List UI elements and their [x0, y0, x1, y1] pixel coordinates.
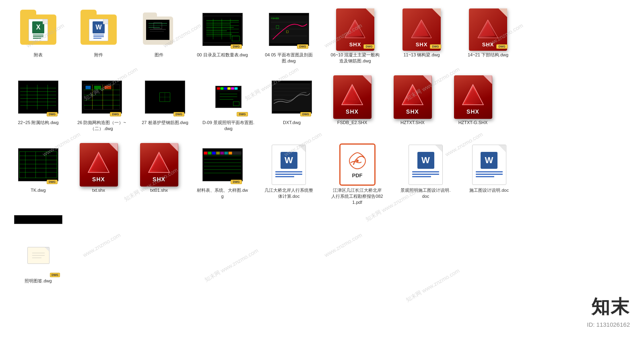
file-item-dwg-0405[interactable]: 平面布置图 DWG 04 05 平面布置图及剖面图.dwg: [258, 6, 320, 68]
file-label: 11~13 钢构梁.dwg: [403, 52, 440, 58]
svg-rect-65: [221, 87, 224, 90]
svg-rect-75: [272, 83, 312, 111]
file-item-dwg-26[interactable]: DWG 26 防抛网构造图（一）~（二）.dwg: [70, 74, 133, 135]
file-item-dwg-00[interactable]: DWG 00 目录及工程数量表.dwg: [191, 6, 254, 61]
svg-rect-103: [204, 151, 207, 154]
svg-rect-66: [224, 87, 227, 90]
branding: 知末 ID: 1131026162: [587, 294, 630, 328]
svg-rect-55: [85, 86, 91, 89]
svg-rect-101: [203, 151, 242, 179]
file-label: TK.dwg: [31, 187, 45, 193]
svg-rect-87: [19, 151, 58, 179]
file-item-shx-txt[interactable]: SHX txt.shx: [70, 141, 127, 197]
svg-rect-69: [235, 87, 238, 90]
file-item-dwg-1113[interactable]: SHX DWG 11~13 钢构梁.dwg: [390, 6, 453, 61]
file-label: 材料表、系统、大样图.dwg: [196, 187, 249, 200]
file-item-shx-hztxt[interactable]: SHX HZTXT.SHX: [384, 74, 441, 129]
file-label: 06~10 混凝土主梁一般构造及钢筋图.dwg: [329, 52, 382, 64]
svg-rect-105: [212, 151, 216, 154]
file-label: 14~21 下部结构.dwg: [468, 52, 508, 58]
file-item-doc-lighting[interactable]: W 景观照明施工图设计说明.doc: [394, 141, 457, 203]
brand-name: 知末: [587, 294, 630, 319]
file-item-doc-jijiang[interactable]: W 几江大桥北岸人行系统整体计算.doc: [258, 141, 320, 203]
file-item-dwg-dxt[interactable]: DWG DXT.dwg: [264, 74, 320, 129]
file-label: 04 05 平面布置图及剖面图.dwg: [263, 52, 315, 64]
svg-rect-36: [19, 83, 58, 111]
file-label: 江津区几江长江大桥北岸人行系统工程勘察报告0821.pdf: [331, 187, 384, 206]
file-label: 施工图设计说明.doc: [469, 187, 509, 193]
file-item-dwg-1421[interactable]: SHX DWG 14~21 下部结构.dwg: [457, 6, 519, 61]
file-label: DXT.dwg: [283, 120, 301, 126]
svg-rect-108: [224, 151, 228, 154]
file-item-dwg-tk[interactable]: DWG TK.dwg: [10, 141, 66, 197]
file-item-shx-txt01[interactable]: SHX txt01.shx: [131, 141, 187, 197]
file-label: 照明图签.dwg: [25, 278, 52, 284]
svg-rect-0: [148, 21, 168, 38]
file-item-图件[interactable]: 图件: [131, 6, 187, 61]
svg-rect-104: [208, 151, 211, 154]
svg-rect-56: [94, 86, 101, 89]
small-black-preview: [14, 215, 62, 224]
file-item-dwg-d09[interactable]: DWG D-09 景观照明平面布置图.dwg: [197, 74, 260, 135]
svg-rect-107: [220, 151, 224, 154]
svg-rect-68: [231, 87, 234, 90]
svg-rect-109: [228, 151, 232, 154]
file-label: 26 防抛网构造图（一）~（二）.dwg: [76, 120, 128, 132]
file-item-dwg-lighting-sign[interactable]: DWG 照明图签.dwg: [10, 232, 66, 287]
corner-fold: [103, 19, 108, 24]
file-label: 景观照明施工图设计说明.doc: [400, 187, 452, 200]
file-label: HZTXT-G.SHX: [458, 120, 488, 126]
file-label: 27 桩基护壁钢筋图.dwg: [142, 120, 188, 126]
file-label: txt01.shx: [150, 187, 168, 193]
file-label: HZTXT.SHX: [400, 120, 425, 126]
file-label: 附件: [94, 52, 103, 58]
file-item-dwg-materials[interactable]: DWG 材料表、系统、大样图.dwg: [191, 141, 254, 203]
svg-rect-67: [227, 87, 231, 90]
svg-point-116: [356, 160, 359, 162]
file-label: D-09 景观照明平面布置图.dwg: [202, 120, 255, 132]
file-item-附表[interactable]: X 附表: [10, 6, 66, 61]
corner-fold: [43, 19, 47, 24]
file-label: 几江大桥北岸人行系统整体计算.doc: [263, 187, 315, 200]
svg-rect-106: [216, 151, 220, 154]
file-label: 00 目录及工程数量表.dwg: [197, 52, 248, 58]
file-item-dwg-27[interactable]: DWG 27 桩基护壁钢筋图.dwg: [137, 74, 193, 129]
file-label: 图件: [155, 52, 163, 58]
file-label: txt.shx: [92, 187, 105, 193]
svg-rect-64: [217, 87, 220, 90]
file-item-shx-hztxtg[interactable]: SHX HZTXT-G.SHX: [445, 74, 501, 129]
file-item-pdf-jijiang[interactable]: PDF 江津区几江长江大桥北岸人行系统工程勘察报告0821.pdf: [324, 141, 390, 209]
file-item-doc-design[interactable]: W 施工图设计说明.doc: [461, 141, 517, 197]
file-item-shx-fsdb[interactable]: SHX FSDB_E2.SHX: [324, 74, 380, 129]
file-item-附件[interactable]: W 附件: [70, 6, 127, 61]
svg-rect-57: [104, 86, 111, 89]
file-item-dwg-2225[interactable]: DWG 22~25 附属结构.dwg: [10, 74, 66, 129]
file-item-dwg-0610[interactable]: SHX DWG 06~10 混凝土主梁一般构造及钢筋图.dwg: [324, 6, 386, 68]
svg-rect-7: [203, 15, 242, 44]
svg-rect-23: [269, 15, 309, 44]
file-label: 22~25 附属结构.dwg: [18, 120, 58, 126]
svg-text:平面布置图: 平面布置图: [271, 17, 279, 19]
brand-id: ID: 1131026162: [587, 321, 630, 328]
file-label: FSDB_E2.SHX: [337, 120, 367, 126]
file-label: 附表: [34, 52, 43, 58]
